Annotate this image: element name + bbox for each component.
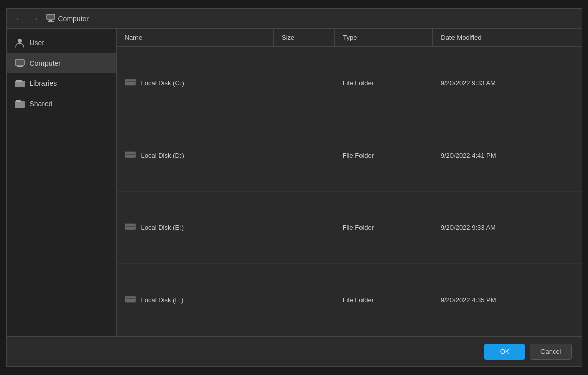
sidebar-item-libraries[interactable]: Libraries (7, 73, 116, 93)
shared-icon (15, 100, 25, 108)
cell-date: 9/20/2022 9:33 AM (433, 47, 582, 119)
col-name: Name (117, 29, 274, 47)
dialog-body: User Computer (7, 29, 582, 336)
user-icon (15, 39, 25, 47)
svg-rect-10 (16, 100, 21, 102)
svg-rect-14 (126, 154, 135, 155)
computer-icon (15, 59, 25, 67)
disk-name: Local Disk (C:) (141, 79, 184, 87)
svg-rect-16 (126, 226, 135, 227)
sidebar-item-shared[interactable]: Shared (7, 93, 116, 114)
cancel-button[interactable]: Cancel (530, 344, 571, 360)
forward-button[interactable]: → (29, 14, 42, 24)
svg-rect-2 (48, 21, 54, 22)
svg-rect-12 (126, 81, 135, 82)
table-row[interactable]: Local Disk (D:)File Folder9/20/2022 4:41… (117, 119, 582, 192)
disk-name: Local Disk (F:) (141, 296, 184, 304)
table-row[interactable]: Local Disk (C:)File Folder9/20/2022 9:33… (117, 47, 582, 119)
cell-name: Local Disk (D:) (117, 119, 274, 192)
disk-icon (125, 296, 136, 304)
cell-type: File Folder (335, 264, 433, 336)
cell-name: Local Disk (C:) (117, 47, 274, 119)
sidebar-item-shared-label: Shared (30, 100, 53, 108)
cell-size (274, 47, 335, 119)
table-row[interactable]: Local Disk (F:)File Folder9/20/2022 4:35… (117, 264, 582, 336)
cell-type: File Folder (335, 47, 433, 119)
libraries-icon (15, 79, 25, 87)
file-table: Name Size Type Date Modified Local Disk … (117, 29, 582, 336)
svg-rect-6 (17, 66, 23, 67)
col-size: Size (274, 29, 335, 47)
col-type: Type (335, 29, 433, 47)
disk-icon (125, 151, 136, 160)
ok-button[interactable]: OK (484, 344, 525, 360)
titlebar-location-label: Computer (58, 15, 89, 23)
sidebar: User Computer (7, 29, 117, 336)
cell-type: File Folder (335, 119, 433, 192)
col-date: Date Modified (433, 29, 582, 47)
svg-rect-8 (16, 80, 22, 82)
disk-name: Local Disk (E:) (141, 224, 184, 231)
dialog-footer: OK Cancel (7, 336, 582, 366)
computer-titlebar-icon (46, 14, 55, 23)
cell-size (274, 264, 335, 336)
file-browser-dialog: ← → Computer (6, 8, 582, 367)
back-button[interactable]: ← (13, 14, 26, 24)
sidebar-item-libraries-label: Libraries (30, 79, 57, 87)
cell-date: 9/20/2022 4:35 PM (433, 264, 582, 336)
svg-rect-4 (15, 60, 24, 65)
sidebar-item-user[interactable]: User (7, 33, 116, 53)
table-header-row: Name Size Type Date Modified (117, 29, 582, 47)
navigation-buttons: ← → (13, 14, 42, 24)
disk-name: Local Disk (D:) (141, 152, 184, 159)
svg-rect-18 (126, 298, 135, 299)
cell-name: Local Disk (E:) (117, 192, 274, 264)
content-area: Name Size Type Date Modified Local Disk … (117, 29, 582, 336)
sidebar-item-computer[interactable]: Computer (7, 53, 116, 73)
svg-rect-0 (47, 14, 55, 19)
svg-point-3 (18, 39, 22, 43)
titlebar: ← → Computer (7, 9, 582, 29)
cell-date: 9/20/2022 4:41 PM (433, 119, 582, 192)
disk-icon (125, 79, 136, 87)
cell-name: Local Disk (F:) (117, 264, 274, 336)
table-row[interactable]: Local Disk (E:)File Folder9/20/2022 9:33… (117, 192, 582, 264)
cell-size (274, 119, 335, 192)
current-location: Computer (46, 14, 89, 23)
cell-type: File Folder (335, 192, 433, 264)
sidebar-item-computer-label: Computer (30, 59, 61, 67)
cell-size (274, 192, 335, 264)
sidebar-item-user-label: User (30, 39, 45, 47)
disk-icon (125, 223, 136, 232)
cell-date: 9/20/2022 9:33 AM (433, 192, 582, 264)
